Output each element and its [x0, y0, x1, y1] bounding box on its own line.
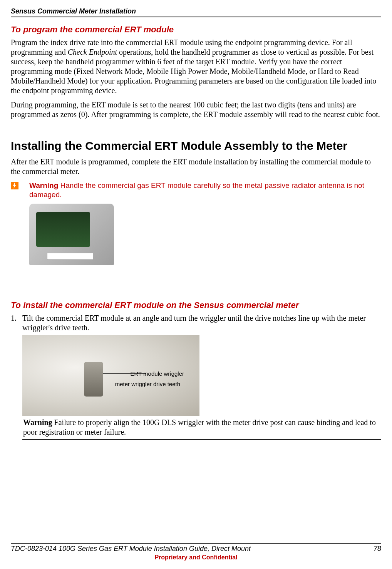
- warning-text: Warning Handle the commercial gas ERT mo…: [29, 181, 381, 200]
- inline-warning-label: Warning: [23, 418, 52, 427]
- list-item: 1. Tilt the commercial ERT module at an …: [11, 313, 381, 333]
- footer-doc-title: TDC-0823-014 100G Series Gas ERT Module …: [11, 544, 251, 553]
- section-title-program: To program the commercial ERT module: [11, 24, 381, 35]
- figure-wriggler-alignment: ERT module wriggler meter wriggler drive…: [22, 335, 199, 416]
- paragraph: After the ERT module is programmed, comp…: [11, 157, 381, 176]
- paragraph: During programming, the ERT module is se…: [11, 100, 381, 119]
- warning-icon: [11, 182, 18, 189]
- warning-label: Warning: [29, 181, 58, 189]
- paragraph: Program the index drive rate into the co…: [11, 38, 381, 95]
- footer-page-number: 78: [374, 544, 381, 553]
- figure-ert-module-housing: [29, 204, 114, 265]
- heading-installing: Installing the Commercial ERT Module Ass…: [11, 139, 381, 153]
- footer-confidential: Proprietary and Confidential: [11, 554, 381, 561]
- warning-body: Handle the commercial gas ERT module car…: [29, 181, 364, 199]
- figure-post-shape: [84, 362, 103, 397]
- warning-block: Warning Handle the commercial gas ERT mo…: [11, 181, 381, 200]
- inline-warning-text: Failure to properly align the 100G DLS w…: [23, 418, 376, 436]
- list-number: 1.: [11, 313, 22, 333]
- page-footer: TDC-0823-014 100G Series Gas ERT Module …: [11, 543, 381, 562]
- list-text: Tilt the commercial ERT module at an ang…: [22, 313, 381, 333]
- callout-drive-teeth: meter wriggler drive teeth: [115, 381, 180, 388]
- section-title-install: To install the commercial ERT module on …: [11, 300, 381, 311]
- italic-term: Check Endpoint: [68, 48, 117, 56]
- page-header: Sensus Commercial Meter Installation: [11, 7, 381, 17]
- figure-label-strip: [47, 253, 93, 260]
- inline-warning: Warning Failure to properly align the 10…: [22, 416, 381, 440]
- callout-ert-wriggler: ERT module wriggler: [130, 370, 184, 378]
